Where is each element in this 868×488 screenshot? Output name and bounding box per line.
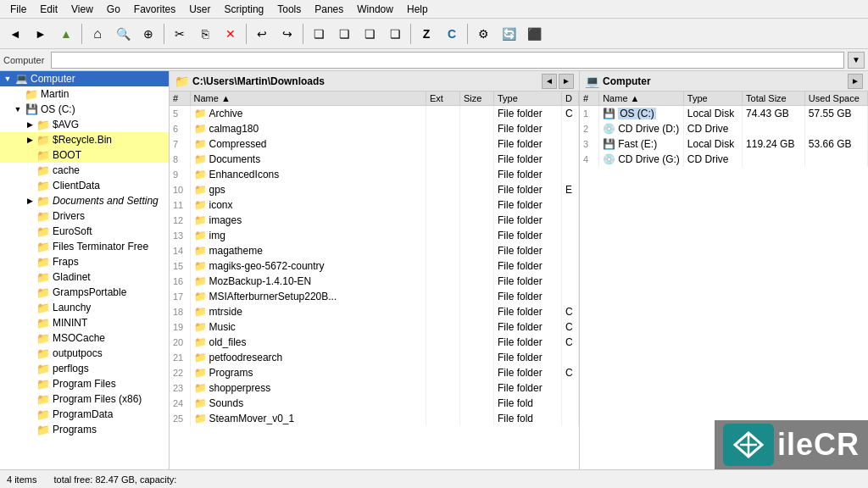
table-row[interactable]: 14 📁magatheme File folder: [170, 243, 579, 258]
view3-button[interactable]: ❏: [358, 22, 381, 46]
menu-go[interactable]: Go: [100, 2, 127, 17]
redo-button[interactable]: ↪: [275, 22, 299, 46]
rcol-name[interactable]: Name ▲: [599, 92, 684, 106]
menu-panes[interactable]: Panes: [308, 2, 350, 17]
rcol-total[interactable]: Total Size: [743, 92, 805, 106]
menu-user[interactable]: User: [182, 2, 217, 17]
menu-window[interactable]: Window: [350, 2, 400, 17]
table-row[interactable]: 15 📁magiks-geo-5672-country File folder: [170, 258, 579, 274]
view2-button[interactable]: ❏: [332, 22, 356, 46]
table-row[interactable]: 3 💾Fast (E:) Local Disk 119.24 GB 53.66 …: [580, 136, 868, 152]
table-row[interactable]: 24 📁Sounds File fold: [170, 396, 579, 411]
sidebar-item-eurosoft[interactable]: 📁 EuroSoft: [0, 224, 169, 239]
row-ext: [426, 258, 460, 274]
copy-button[interactable]: ⎘: [193, 22, 217, 46]
table-row[interactable]: 23 📁shopperpress File folder: [170, 380, 579, 396]
sidebar-item-boot[interactable]: 📁 BOOT: [0, 147, 169, 163]
table-row[interactable]: 13 📁img File folder: [170, 228, 579, 243]
table-row[interactable]: 4 💿CD Drive (G:) CD Drive: [580, 152, 868, 167]
sidebar-item-minint[interactable]: 📁 MININT: [0, 315, 169, 330]
addressbar-go-button[interactable]: ▼: [848, 52, 865, 69]
sidebar-item-srecycle[interactable]: ▶ 📁 $Recycle.Bin: [0, 132, 169, 147]
table-row[interactable]: 5 📁Archive File folder C: [170, 106, 579, 121]
col-num[interactable]: #: [170, 92, 190, 106]
sidebar-item-programfilesx86[interactable]: 📁 Program Files (x86): [0, 391, 169, 407]
col-d[interactable]: D: [562, 92, 579, 106]
menu-edit[interactable]: Edit: [33, 2, 64, 17]
menu-scripting[interactable]: Scripting: [218, 2, 271, 17]
sidebar-item-computer[interactable]: ▼ 💻 Computer: [0, 71, 169, 86]
sidebar-item-drivers[interactable]: 📁 Drivers: [0, 208, 169, 224]
sidebar-item-martin[interactable]: 📁 Martin: [0, 86, 169, 102]
row-type: File folder: [494, 350, 562, 365]
view1-button[interactable]: ❏: [307, 22, 331, 46]
menu-file[interactable]: File: [3, 2, 33, 17]
center-panel-forward-button[interactable]: ►: [559, 74, 574, 89]
sidebar-item-fraps[interactable]: 📁 Fraps: [0, 254, 169, 269]
col-name[interactable]: Name ▲: [190, 92, 426, 106]
table-row[interactable]: 11 📁iconx File folder: [170, 197, 579, 213]
cut-button[interactable]: ✂: [168, 22, 192, 46]
connect-button[interactable]: C: [440, 22, 464, 46]
menu-view[interactable]: View: [64, 2, 100, 17]
table-row[interactable]: 17 📁MSIAfterburnerSetup220B... File fold…: [170, 289, 579, 304]
sidebar-item-clientdata[interactable]: 📁 ClientData: [0, 178, 169, 193]
sidebar-item-docsetting[interactable]: ▶ 📁 Documents and Setting: [0, 193, 169, 208]
sync-button[interactable]: 🔄: [497, 22, 520, 46]
table-row[interactable]: 22 📁Programs File folder C: [170, 365, 579, 380]
rcol-num[interactable]: #: [580, 92, 599, 106]
sidebar-item-cache[interactable]: 📁 cache: [0, 163, 169, 178]
table-row[interactable]: 18 📁mtrside File folder C: [170, 304, 579, 319]
table-row[interactable]: 1 💾OS (C:) Local Disk 74.43 GB 57.55 GB: [580, 106, 868, 121]
search-button[interactable]: 🔍: [111, 22, 135, 46]
sidebar-item-programs[interactable]: 📁 Programs: [0, 422, 169, 437]
sidebar-item-gladinet[interactable]: 📁 Gladinet: [0, 269, 169, 285]
sidebar-item-osc[interactable]: ▼ 💾 OS (C:): [0, 102, 169, 117]
menu-help[interactable]: Help: [400, 2, 435, 17]
forward-button[interactable]: ►: [29, 22, 53, 46]
undo-button[interactable]: ↩: [250, 22, 274, 46]
table-row[interactable]: 10 📁gps File folder E: [170, 182, 579, 197]
sidebar-item-grampsportable[interactable]: 📁 GrampsPortable: [0, 285, 169, 300]
rcol-type[interactable]: Type: [683, 92, 742, 106]
menu-favorites[interactable]: Favorites: [127, 2, 182, 17]
sidebar-item-programdata[interactable]: 📁 ProgramData: [0, 407, 169, 422]
save-button[interactable]: ⬛: [522, 22, 546, 46]
addressbar-input[interactable]: [51, 52, 844, 69]
sidebar-item-programfiles[interactable]: 📁 Program Files: [0, 376, 169, 391]
table-row[interactable]: 20 📁old_files File folder C: [170, 335, 579, 350]
sidebar-item-msocache[interactable]: 📁 MSOCache: [0, 330, 169, 346]
table-row[interactable]: 19 📁Music File folder C: [170, 319, 579, 335]
home-button[interactable]: ⌂: [86, 22, 109, 46]
row-name: 📁Compressed: [190, 136, 426, 152]
settings-button[interactable]: ⚙: [471, 22, 495, 46]
table-row[interactable]: 9 📁EnhancedIcons File folder: [170, 167, 579, 182]
table-row[interactable]: 7 📁Compressed File folder: [170, 136, 579, 152]
center-panel-back-button[interactable]: ◄: [542, 74, 557, 89]
view4-button[interactable]: ❏: [383, 22, 407, 46]
sidebar-item-launchy[interactable]: 📁 Launchy: [0, 300, 169, 315]
col-type[interactable]: Type: [494, 92, 562, 106]
back-button[interactable]: ◄: [3, 22, 27, 46]
table-row[interactable]: 21 📁petfoodresearch File folder: [170, 350, 579, 365]
sidebar-item-perflogs[interactable]: 📁 perflogs: [0, 361, 169, 376]
right-panel-nav-button[interactable]: ►: [848, 74, 863, 89]
table-row[interactable]: 8 📁Documents File folder: [170, 152, 579, 167]
rcol-used[interactable]: Used Space: [804, 92, 867, 106]
col-size[interactable]: Size: [460, 92, 494, 106]
table-row[interactable]: 16 📁MozBackup-1.4.10-EN File folder: [170, 274, 579, 289]
table-row[interactable]: 25 📁SteamMover_v0_1 File fold: [170, 411, 579, 426]
table-row[interactable]: 2 💿CD Drive (D:) CD Drive: [580, 121, 868, 136]
table-row[interactable]: 12 📁images File folder: [170, 213, 579, 228]
row-size: [460, 228, 494, 243]
sidebar-item-outputpocs[interactable]: 📁 outputpocs: [0, 346, 169, 361]
sidebar-item-savg[interactable]: ▶ 📁 $AVG: [0, 117, 169, 132]
delete-button[interactable]: ✕: [219, 22, 242, 46]
table-row[interactable]: 6 📁calmag180 File folder: [170, 121, 579, 136]
zip-button[interactable]: Z: [415, 22, 438, 46]
sidebar-item-fileterminator[interactable]: 📁 Files Terminator Free: [0, 239, 169, 254]
refresh-button[interactable]: ⊕: [136, 22, 160, 46]
col-ext[interactable]: Ext: [426, 92, 460, 106]
menu-tools[interactable]: Tools: [270, 2, 308, 17]
up-button[interactable]: ▲: [54, 22, 78, 46]
